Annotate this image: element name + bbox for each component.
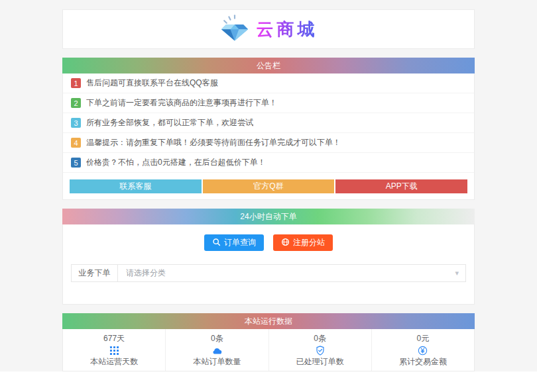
category-select-row: 业务下单 请选择分类 ▾: [71, 264, 466, 282]
notice-text: 下单之前请一定要看完该商品的注意事项再进行下单！: [86, 97, 277, 109]
yuan-circle-icon: [372, 345, 474, 356]
notice-item: 1 售后问题可直接联系平台在线QQ客服: [63, 74, 474, 93]
page-footer-space: [0, 371, 537, 392]
stat-value: 0元: [372, 334, 474, 344]
stat-running-days: 677天 本站运营天数: [63, 329, 166, 371]
notice-text: 温馨提示：请勿重复下单哦！必须要等待前面任务订单完成才可以下单！: [86, 137, 341, 148]
notice-board: 1 售后问题可直接联系平台在线QQ客服 2 下单之前请一定要看完该商品的注意事项…: [62, 74, 475, 200]
globe-icon: [281, 238, 290, 248]
site-logo[interactable]: 云商城: [62, 9, 475, 49]
order-section: 订单查询 注册分站 业务下单 请选择分类 ▾: [62, 224, 475, 305]
stat-label: 本站订单数量: [166, 357, 268, 367]
notice-item: 3 所有业务全部恢复，都可以正常下单，欢迎尝试: [63, 113, 474, 133]
order-query-label: 订单查询: [224, 237, 256, 248]
stat-total-amount: 0元 累计交易金额: [372, 329, 474, 371]
notice-number-badge: 2: [71, 98, 81, 108]
notice-number-badge: 3: [71, 118, 81, 128]
notice-text: 所有业务全部恢复，都可以正常下单，欢迎尝试: [86, 117, 253, 128]
contact-support-button[interactable]: 联系客服: [70, 179, 202, 193]
register-substation-button[interactable]: 注册分站: [273, 234, 333, 251]
stat-label: 累计交易金额: [372, 357, 474, 367]
notice-item: 4 温馨提示：请勿重复下单哦！必须要等待前面任务订单完成才可以下单！: [63, 133, 474, 153]
cloud-icon: [166, 345, 268, 356]
order-query-button[interactable]: 订单查询: [204, 234, 264, 251]
search-icon: [212, 238, 221, 248]
category-select[interactable]: 请选择分类: [118, 268, 455, 279]
site-title: 云商城: [257, 18, 318, 41]
register-substation-label: 注册分站: [293, 237, 325, 248]
stat-processed-orders: 0条 已处理订单数: [269, 329, 372, 371]
grid-icon: [63, 345, 165, 356]
shield-check-icon: [269, 345, 371, 356]
stat-label: 已处理订单数: [269, 357, 371, 367]
stat-order-count: 0条 本站订单数量: [166, 329, 268, 371]
app-download-button[interactable]: APP下载: [335, 179, 467, 193]
notice-number-badge: 5: [71, 158, 81, 168]
notice-text: 售后问题可直接联系平台在线QQ客服: [86, 77, 218, 89]
page-background: 云商城 公告栏 1 售后问题可直接联系平台在线QQ客服 2 下单之前请一定要看完…: [0, 0, 537, 371]
stat-value: 0条: [166, 334, 268, 344]
stat-value: 677天: [63, 334, 165, 344]
official-qq-group-button[interactable]: 官方Q群: [203, 179, 335, 193]
action-button-row: 订单查询 注册分站: [63, 234, 474, 251]
notice-item: 2 下单之前请一定要看完该商品的注意事项再进行下单！: [63, 93, 474, 113]
notice-button-bar: 联系客服 官方Q群 APP下载: [63, 173, 474, 199]
notice-board-header: 公告栏: [62, 58, 475, 74]
order-form-label: 业务下单: [72, 265, 118, 281]
stats-section: 677天 本站运营天数 0条: [62, 329, 475, 371]
notice-item: 5 价格贵？不怕，点击0元搭建，在后台超低价下单！: [63, 153, 474, 173]
stat-value: 0条: [269, 334, 371, 344]
stats-section-header: 本站运行数据: [62, 313, 475, 329]
stat-label: 本站运营天数: [63, 357, 165, 367]
notice-text: 价格贵？不怕，点击0元搭建，在后台超低价下单！: [86, 157, 266, 168]
notice-number-badge: 1: [71, 78, 81, 88]
notice-number-badge: 4: [71, 138, 81, 148]
chevron-down-icon[interactable]: ▾: [455, 269, 465, 277]
order-section-header: 24小时自动下单: [62, 209, 475, 224]
diamond-logo-icon: [219, 14, 250, 44]
